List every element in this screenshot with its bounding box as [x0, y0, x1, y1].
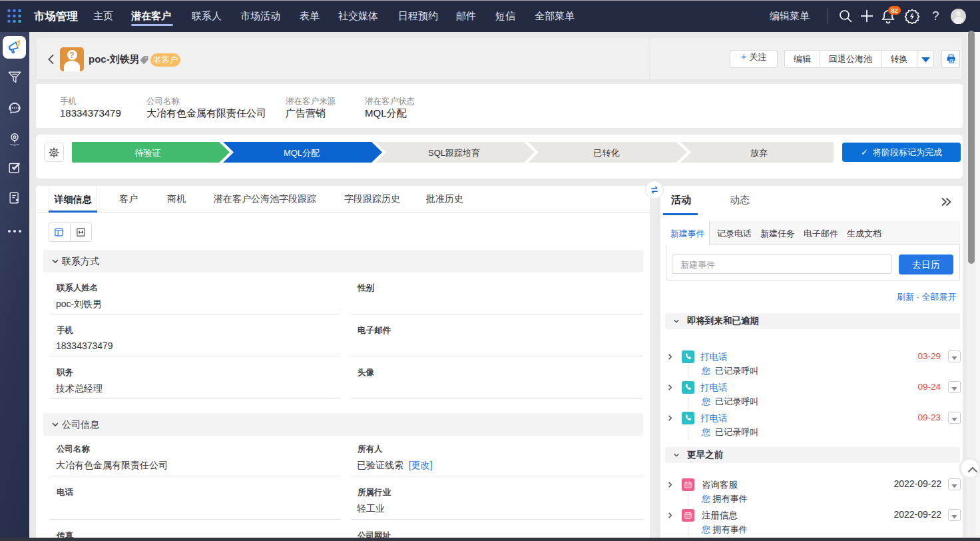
svg-text:SQL跟踪培育: SQL跟踪培育 — [428, 148, 480, 158]
svg-text:待验证: 待验证 — [135, 148, 161, 158]
svg-text:已转化: 已转化 — [594, 148, 620, 158]
svg-text:MQL分配: MQL分配 — [284, 148, 320, 158]
svg-text:放弃: 放弃 — [750, 148, 768, 158]
